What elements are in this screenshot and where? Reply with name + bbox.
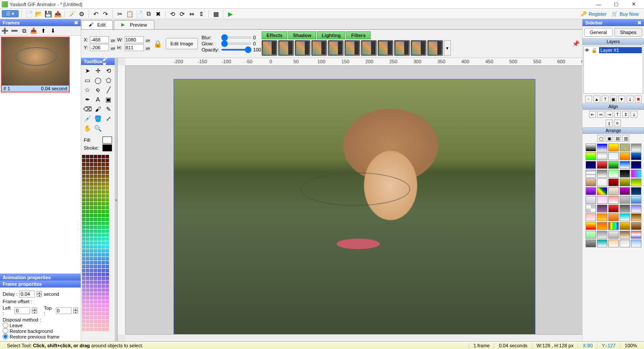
star-tool[interactable]: ☆ <box>83 86 92 94</box>
eraser-tool[interactable]: ⌫ <box>83 105 92 113</box>
distribute-h-button[interactable]: ⫿ <box>606 120 613 127</box>
lighting-button[interactable]: Lighting <box>317 31 345 39</box>
pencil-tool[interactable]: ✎ <box>104 105 113 113</box>
filters-button[interactable]: Filters <box>346 31 370 39</box>
optimize-button[interactable]: ⚙ <box>77 10 86 18</box>
spiral-tool[interactable]: ໑ <box>93 86 103 94</box>
send-backward-button[interactable]: ▤ <box>614 135 621 142</box>
layer-up-button[interactable]: ▲ <box>593 96 600 103</box>
frame-thumbnail[interactable]: # 1 0.04 second <box>1 37 70 92</box>
bring-forward-button[interactable]: ▣ <box>606 135 613 142</box>
effect-preset-9[interactable] <box>394 40 410 56</box>
shadow-button[interactable]: Shadow <box>288 31 316 39</box>
effect-preset-5[interactable] <box>328 40 344 56</box>
opacity-slider[interactable] <box>221 49 252 51</box>
pin-icon[interactable]: 📌 <box>572 40 579 47</box>
resize-button[interactable]: ▦ <box>211 10 220 18</box>
effect-preset-7[interactable] <box>361 40 377 56</box>
canvas[interactable] <box>126 66 582 334</box>
disposal-restore-prev[interactable]: Restore previous frame <box>3 334 78 339</box>
effect-preset-10[interactable] <box>411 40 426 56</box>
effect-preset-8[interactable] <box>378 40 393 56</box>
duplicate-button[interactable]: ⧉ <box>144 10 153 18</box>
fill-swatch[interactable] <box>102 137 112 144</box>
edit-image-button[interactable]: Edit Image <box>166 38 198 49</box>
image-object[interactable] <box>174 79 535 334</box>
tab-preview[interactable]: ▶Preview <box>114 20 154 29</box>
blur-slider[interactable] <box>221 37 252 38</box>
line-tool[interactable]: ╱ <box>104 86 113 94</box>
cut-button[interactable]: ✂ <box>116 10 124 18</box>
close-button[interactable]: ✕ <box>625 0 642 9</box>
import-frame-button[interactable]: 📥 <box>30 27 37 35</box>
rotate-cw-button[interactable]: ⟳ <box>178 10 187 18</box>
maximize-button[interactable]: ▢ <box>607 0 625 9</box>
align-bottom-button[interactable]: ⤓ <box>630 111 637 118</box>
ellipse-tool[interactable]: ◯ <box>93 76 103 85</box>
glow-slider[interactable] <box>221 43 252 44</box>
effect-preset-6[interactable] <box>344 40 360 56</box>
distribute-v-button[interactable]: ≡ <box>614 120 621 127</box>
align-hcenter-button[interactable]: ⇔ <box>597 111 604 118</box>
layer-down-button[interactable]: ▼ <box>618 96 625 103</box>
picker-tool[interactable]: ⤢ <box>104 114 113 123</box>
effect-preset-2[interactable] <box>278 40 294 56</box>
register-link[interactable]: 🔑Register <box>581 11 607 17</box>
node-tool[interactable]: ✛ <box>93 66 103 75</box>
rotate-ccw-button[interactable]: ⟲ <box>168 10 177 18</box>
delete-layer-button[interactable]: ✖ <box>635 96 642 103</box>
undo-button[interactable]: ↶ <box>92 10 100 18</box>
open-button[interactable]: 📂 <box>34 10 43 18</box>
redo-button[interactable]: ↷ <box>101 10 110 18</box>
left-input[interactable] <box>14 307 30 314</box>
pen-tool[interactable]: ✒ <box>83 95 92 104</box>
disposal-restore-bg[interactable]: Restore background <box>3 328 78 334</box>
effects-button[interactable]: Effects <box>262 31 287 39</box>
stroke-swatch[interactable] <box>102 144 112 151</box>
view-toggle-button[interactable]: ☰ ▾ <box>2 10 19 17</box>
y-input[interactable] <box>90 44 109 51</box>
delete-frame-button[interactable]: ➖ <box>10 27 18 35</box>
sidebar-close-icon[interactable]: ✖ <box>637 20 641 26</box>
duplicate-frame-button[interactable]: ⧉ <box>20 27 28 35</box>
align-right-button[interactable]: ⇥ <box>606 111 613 118</box>
play-button[interactable]: ▶ <box>226 10 235 18</box>
x-input[interactable] <box>90 36 109 43</box>
image-tool[interactable]: ▣ <box>104 95 113 104</box>
tab-general[interactable]: General <box>584 28 613 37</box>
align-vcenter-button[interactable]: ⇕ <box>622 111 629 118</box>
effect-preset-1[interactable] <box>262 40 277 56</box>
color-palette[interactable] <box>81 154 115 341</box>
lock-layer-icon[interactable]: 🔒 <box>591 48 597 53</box>
lock-icon[interactable]: 🔒 <box>153 40 162 48</box>
layer-merge-button[interactable]: ▣ <box>610 96 617 103</box>
disposal-leave[interactable]: Leave <box>3 322 78 328</box>
bring-front-button[interactable]: ▢ <box>597 135 604 142</box>
save-button[interactable]: 💾 <box>44 10 52 18</box>
delay-input[interactable] <box>19 291 35 298</box>
layer-bottom-button[interactable]: ⤓ <box>627 96 634 103</box>
horizontal-scrollbar[interactable] <box>126 334 582 341</box>
frame-properties-header[interactable]: Frame properties <box>0 281 81 287</box>
brush-tool[interactable]: 🖌 <box>93 105 103 113</box>
new-button[interactable]: 📄 <box>24 10 33 18</box>
effect-preset-11[interactable] <box>427 40 443 56</box>
lasso-tool[interactable]: ⟲ <box>104 66 113 75</box>
rect-tool[interactable]: ▭ <box>83 76 92 85</box>
delay-up[interactable]: ▴ <box>37 291 42 294</box>
tab-shapes[interactable]: Shapes <box>614 28 643 37</box>
layer-name[interactable]: Layer #1 <box>599 47 642 53</box>
fill-tool[interactable]: 🪣 <box>93 114 103 123</box>
h-input[interactable] <box>125 44 144 51</box>
new-layer-button[interactable]: ▫ <box>585 96 592 103</box>
effect-preset-4[interactable] <box>311 40 327 56</box>
minimize-button[interactable]: — <box>590 0 607 9</box>
w-input[interactable] <box>125 36 144 43</box>
copy-button[interactable]: 📋 <box>125 10 134 18</box>
align-left-button[interactable]: ⇤ <box>589 111 596 118</box>
flip-v-button[interactable]: ⇕ <box>197 10 206 18</box>
text-tool[interactable]: A <box>93 95 103 104</box>
frame-list[interactable]: # 1 0.04 second <box>0 36 81 274</box>
delete-button[interactable]: ✖ <box>154 10 163 18</box>
effect-preset-3[interactable] <box>295 40 310 56</box>
